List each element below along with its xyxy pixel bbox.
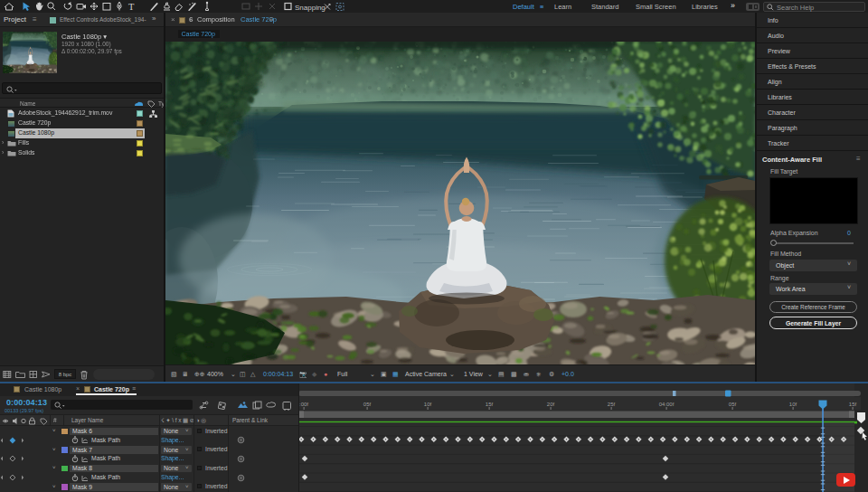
svg-text:15f: 15f <box>849 402 857 407</box>
svg-text:25f: 25f <box>608 402 616 407</box>
svg-text:05f: 05f <box>363 402 372 407</box>
svg-text:04:00f: 04:00f <box>659 402 675 407</box>
svg-text:T: T <box>128 2 135 12</box>
svg-text::00f: :00f <box>299 402 308 407</box>
svg-text:Snapping: Snapping <box>295 4 326 12</box>
svg-text:10f: 10f <box>789 402 797 407</box>
svg-text:05f: 05f <box>729 402 737 407</box>
svg-text:15f: 15f <box>486 402 494 407</box>
svg-text:20f: 20f <box>547 402 555 407</box>
svg-text:10f: 10f <box>424 402 432 407</box>
